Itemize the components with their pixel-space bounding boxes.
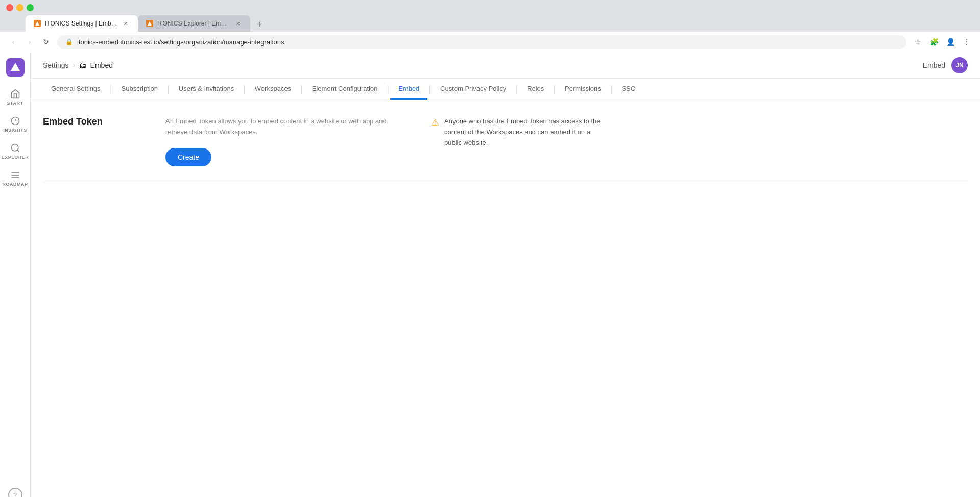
minimize-button[interactable] (16, 4, 23, 11)
lock-icon: 🔒 (65, 38, 73, 45)
tab-bar: ITONICS Settings | Embed – Em… ✕ ITONICS… (0, 15, 980, 32)
header-embed-label: Embed (923, 61, 945, 69)
app-container: START INSIGHTS EXPLORER ROADMAP (0, 52, 980, 497)
sidebar: START INSIGHTS EXPLORER ROADMAP (0, 52, 31, 497)
svg-marker-0 (35, 21, 39, 26)
breadcrumb-icon: 🗂 (79, 61, 86, 69)
tab-favicon-1 (34, 20, 41, 27)
sidebar-bottom: ? (8, 488, 22, 497)
url-text: itonics-embed.itonics-test.io/settings/o… (77, 38, 284, 46)
tab-close-2[interactable]: ✕ (234, 19, 242, 28)
tab-element[interactable]: Element Configuration (304, 79, 386, 100)
tab-workspaces[interactable]: Workspaces (247, 79, 299, 100)
tab-title-1: ITONICS Settings | Embed – Em… (45, 20, 117, 27)
tab-embed[interactable]: Embed (390, 79, 427, 100)
warning-column: ⚠ Anyone who has the Embed Token has acc… (400, 116, 605, 148)
svg-point-6 (11, 144, 18, 151)
browser-chrome: ITONICS Settings | Embed – Em… ✕ ITONICS… (0, 0, 980, 52)
extensions-icon[interactable]: 🧩 (927, 35, 941, 49)
tab-favicon-2 (146, 20, 153, 27)
breadcrumb-current: Embed (90, 61, 113, 69)
app-logo[interactable] (6, 58, 25, 77)
svg-marker-1 (148, 21, 152, 26)
embed-token-description: An Embed Token allows you to embed conte… (165, 116, 400, 138)
top-header: Settings › 🗂 Embed Embed JN (31, 52, 980, 79)
svg-line-7 (17, 150, 19, 152)
tab-close-1[interactable]: ✕ (122, 19, 130, 28)
tab-privacy[interactable]: Custom Privacy Policy (432, 79, 514, 100)
warning-box: ⚠ Anyone who has the Embed Token has acc… (431, 116, 605, 148)
help-button[interactable]: ? (8, 488, 22, 497)
tab-general[interactable]: General Settings (43, 79, 109, 100)
breadcrumb-settings-link[interactable]: Settings (43, 61, 69, 69)
sidebar-item-start[interactable]: START (2, 85, 29, 110)
title-bar (0, 0, 980, 15)
content-area: Embed Token An Embed Token allows you to… (31, 100, 980, 497)
sidebar-roadmap-label: ROADMAP (3, 182, 28, 187)
reload-button[interactable]: ↻ (39, 35, 53, 49)
section-title-column: Embed Token (43, 116, 145, 127)
close-button[interactable] (6, 4, 13, 11)
user-avatar[interactable]: JN (951, 57, 968, 73)
sidebar-explorer-label: EXPLORER (2, 155, 29, 160)
url-bar[interactable]: 🔒 itonics-embed.itonics-test.io/settings… (57, 35, 906, 49)
back-button[interactable]: ‹ (6, 35, 20, 49)
maximize-button[interactable] (27, 4, 34, 11)
tabs-nav: General Settings | Subscription | Users … (31, 79, 980, 100)
header-right: Embed JN (923, 57, 968, 73)
profile-icon[interactable]: 👤 (943, 35, 958, 49)
warning-text: Anyone who has the Embed Token has acces… (444, 116, 605, 148)
sidebar-item-insights[interactable]: INSIGHTS (2, 112, 29, 137)
sidebar-start-label: START (7, 101, 23, 106)
address-bar: ‹ › ↻ 🔒 itonics-embed.itonics-test.io/se… (0, 32, 980, 52)
svg-marker-2 (11, 63, 20, 71)
tab-sso[interactable]: SSO (613, 79, 643, 100)
traffic-lights (6, 4, 34, 11)
breadcrumb: Settings › 🗂 Embed (43, 61, 923, 69)
warning-icon: ⚠ (431, 117, 439, 128)
sidebar-item-roadmap[interactable]: ROADMAP (2, 166, 29, 191)
embed-section: Embed Token An Embed Token allows you to… (43, 116, 968, 183)
help-label: ? (13, 491, 17, 498)
sidebar-item-explorer[interactable]: EXPLORER (2, 139, 29, 164)
nav-buttons: ‹ › ↻ (6, 35, 53, 49)
browser-actions: ☆ 🧩 👤 ⋮ (911, 35, 974, 49)
sidebar-insights-label: INSIGHTS (3, 128, 27, 133)
tab-title-2: ITONICS Explorer | Embed – Tr… (157, 20, 230, 27)
tab-users[interactable]: Users & Invitations (171, 79, 242, 100)
create-button[interactable]: Create (165, 148, 211, 166)
forward-button[interactable]: › (22, 35, 37, 49)
bookmark-icon[interactable]: ☆ (911, 35, 925, 49)
tab-inactive[interactable]: ITONICS Explorer | Embed – Tr… ✕ (138, 15, 250, 32)
tab-subscription[interactable]: Subscription (113, 79, 166, 100)
tab-active[interactable]: ITONICS Settings | Embed – Em… ✕ (26, 15, 138, 32)
more-icon[interactable]: ⋮ (960, 35, 974, 49)
section-description-column: An Embed Token allows you to embed conte… (145, 116, 400, 166)
breadcrumb-separator: › (73, 62, 75, 69)
embed-token-title: Embed Token (43, 116, 145, 127)
main-content: Settings › 🗂 Embed Embed JN General Sett… (31, 52, 980, 497)
tab-permissions[interactable]: Permissions (557, 79, 609, 100)
tab-roles[interactable]: Roles (519, 79, 552, 100)
new-tab-button[interactable]: + (252, 17, 267, 32)
